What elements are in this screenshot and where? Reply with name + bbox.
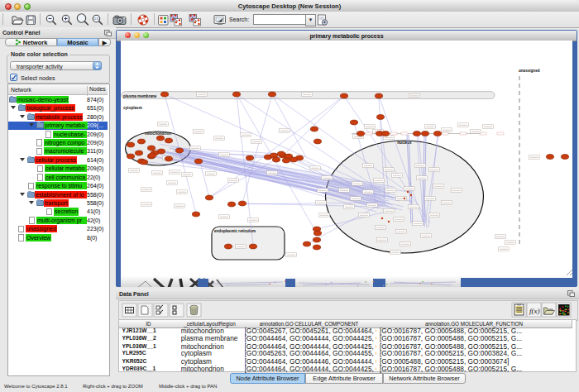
svg-text:nucleus: nucleus — [397, 141, 412, 145]
svg-text:1:1: 1:1 — [94, 17, 99, 21]
svg-text:cytoplasm: cytoplasm — [123, 106, 142, 110]
svg-text:unassigned: unassigned — [519, 69, 540, 73]
svg-text:plasma membrane: plasma membrane — [123, 94, 157, 98]
svg-text:mitochondrion: mitochondrion — [145, 131, 171, 136]
svg-text:f(x): f(x) — [529, 307, 540, 315]
svg-text:endoplasmic reticulum: endoplasmic reticulum — [214, 229, 256, 233]
